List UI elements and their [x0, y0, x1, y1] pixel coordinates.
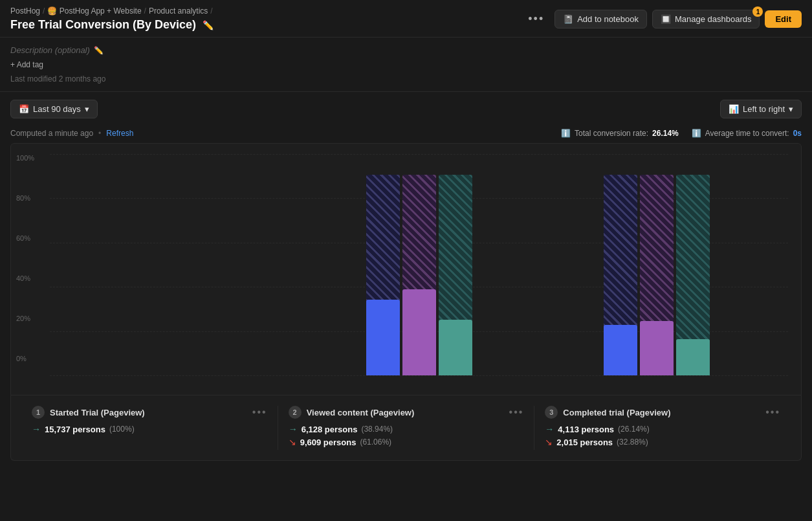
description-edit-button[interactable]: ✏️: [94, 46, 104, 55]
step-2-arrow-right-icon: →: [289, 424, 298, 434]
page-title-row: Free Trial Conversion (By Device) ✏️: [10, 18, 215, 32]
grid-area: [50, 154, 788, 375]
step-3-name: Completed trial (Pageview): [563, 408, 670, 417]
y-axis: 100% 80% 60% 40% 20% 0%: [16, 154, 34, 362]
description-placeholder: Description (optional): [10, 45, 90, 55]
avg-time-value: 0s: [793, 129, 802, 138]
step-3-dropped-count: 2,015 persons: [556, 438, 613, 447]
date-filter-button[interactable]: 📅 Last 90 days ▾: [10, 100, 98, 118]
step-1-converted-pct: (100%): [109, 425, 135, 434]
legend-step-1-header: 1 Started Trial (Pageview) •••: [32, 406, 267, 419]
y-label-20: 20%: [16, 315, 34, 322]
meta-section: Description (optional) ✏️ + Add tag Last…: [0, 38, 812, 92]
legend-step-2-header: 2 Viewed content (Pageview) •••: [289, 406, 524, 419]
description-row: Description (optional) ✏️: [10, 45, 802, 55]
computed-text: Computed a minute ago: [10, 129, 93, 138]
y-label-80: 80%: [16, 194, 34, 202]
chart-bar-icon: 📊: [729, 104, 739, 114]
bar-2-purple-fg: [402, 289, 436, 375]
add-notebook-label: Add to notebook: [577, 14, 639, 24]
y-label-100: 100%: [16, 154, 34, 162]
step-1-converted-row: → 15,737 persons (100%): [32, 424, 267, 434]
calendar-icon: 📅: [19, 104, 29, 114]
step-3-converted-row: → 4,113 persons (26.14%): [545, 424, 780, 434]
legend-step-1: 1 Started Trial (Pageview) ••• → 15,737 …: [21, 406, 278, 450]
computed-right: ℹ️ Total conversion rate: 26.14% ℹ️ Aver…: [561, 129, 802, 138]
edit-button[interactable]: Edit: [765, 10, 802, 28]
bar-2-blue-fg: [366, 300, 400, 375]
breadcrumb-analytics[interactable]: Product analytics: [149, 6, 208, 16]
y-label-40: 40%: [16, 274, 34, 282]
step-2-converted-pct: (38.94%): [361, 425, 393, 434]
dashboard-icon: 🔲: [661, 14, 671, 24]
direction-chevron-icon: ▾: [789, 104, 793, 114]
page-title: Free Trial Conversion (By Device): [10, 18, 196, 32]
grid-line-0: [50, 375, 788, 376]
top-actions: ••• 📓 Add to notebook 🔲 Manage dashboard…: [523, 10, 802, 28]
computed-row: Computed a minute ago • Refresh ℹ️ Total…: [0, 126, 812, 143]
breadcrumb-sep-3: /: [210, 6, 212, 16]
total-conversion-stat: ℹ️ Total conversion rate: 26.14%: [561, 129, 679, 138]
step-2-converted-row: → 6,128 persons (38.94%): [289, 424, 524, 434]
bar-3-blue-fg: [604, 325, 637, 375]
breadcrumb-sep-1: /: [43, 6, 45, 16]
step-3-more-button[interactable]: •••: [765, 406, 780, 418]
controls-row: 📅 Last 90 days ▾ 📊 Left to right ▾: [0, 92, 812, 126]
step-2-dropped-row: ↘ 9,609 persons (61.06%): [289, 437, 524, 447]
legend-step-2: 2 Viewed content (Pageview) ••• → 6,128 …: [278, 406, 535, 450]
breadcrumb-row: PostHog / 🍔 PostHog App + Website / Prod…: [10, 6, 213, 16]
direction-button[interactable]: 📊 Left to right ▾: [720, 100, 802, 118]
step-3-num: 3: [545, 406, 558, 419]
bar-3-purple-fg: [640, 321, 674, 375]
chevron-down-icon: ▾: [85, 104, 89, 114]
step-2-converted-count: 6,128 persons: [302, 425, 358, 434]
direction-label: Left to right: [743, 104, 785, 114]
computed-left: Computed a minute ago • Refresh: [10, 129, 133, 138]
step-3-arrow-down-icon: ↘: [545, 437, 553, 447]
y-label-0: 0%: [16, 355, 34, 362]
avg-time-stat: ℹ️ Average time to convert: 0s: [692, 129, 802, 138]
step-2-dropped-pct: (61.06%): [360, 438, 391, 447]
breadcrumb-posthog[interactable]: PostHog: [10, 6, 40, 16]
last-modified: Last modified 2 months ago: [10, 74, 802, 83]
date-filter-label: Last 90 days: [33, 104, 81, 114]
avg-time-label: Average time to convert:: [705, 129, 789, 138]
funnel-legend: 1 Started Trial (Pageview) ••• → 15,737 …: [10, 395, 802, 461]
bars-area: [50, 154, 788, 375]
manage-dashboards-label: Manage dashboards: [675, 14, 752, 24]
add-to-notebook-button[interactable]: 📓 Add to notebook: [554, 10, 647, 28]
refresh-link[interactable]: Refresh: [106, 129, 133, 138]
add-tag-label: + Add tag: [10, 60, 43, 69]
step-1-converted-count: 15,737 persons: [45, 425, 105, 434]
info-icon-conversion: ℹ️: [561, 129, 571, 138]
step-2-arrow-down-icon: ↘: [289, 437, 296, 447]
chart-container: 100% 80% 60% 40% 20% 0%: [10, 143, 802, 395]
step-2-name: Viewed content (Pageview): [307, 408, 415, 417]
step-1-name: Started Trial (Pageview): [50, 408, 145, 417]
step-2-dropped-count: 9,609 persons: [300, 438, 357, 447]
dashboard-badge: 1: [752, 6, 763, 17]
step-1-num: 1: [32, 406, 45, 419]
step-3-dropped-row: ↘ 2,015 persons (32.88%): [545, 437, 780, 447]
step-1-arrow-right-icon: →: [32, 424, 41, 434]
step-1-more-button[interactable]: •••: [252, 406, 267, 418]
step-3-dropped-pct: (32.88%): [617, 438, 648, 447]
step-2-more-button[interactable]: •••: [509, 406, 524, 418]
step-3-arrow-right-icon: →: [545, 424, 554, 434]
notebook-icon: 📓: [563, 14, 573, 24]
breadcrumb-sep-2: /: [144, 6, 146, 16]
legend-step-3-header: 3 Completed trial (Pageview) •••: [545, 406, 780, 419]
more-options-button[interactable]: •••: [523, 10, 549, 28]
add-tag-row[interactable]: + Add tag: [10, 60, 802, 69]
bar-3-teal-fg: [676, 339, 710, 375]
legend-step-3: 3 Completed trial (Pageview) ••• → 4,113…: [534, 406, 791, 450]
step-3-converted-count: 4,113 persons: [558, 425, 614, 434]
title-edit-button[interactable]: ✏️: [201, 19, 215, 32]
chart-inner: 100% 80% 60% 40% 20% 0%: [10, 143, 802, 395]
conversion-label: Total conversion rate:: [575, 129, 648, 138]
dot-separator: •: [98, 129, 101, 138]
step-3-converted-pct: (26.14%): [618, 425, 650, 434]
manage-dashboards-button[interactable]: 🔲 Manage dashboards 1: [652, 10, 760, 28]
top-bar: PostHog / 🍔 PostHog App + Website / Prod…: [0, 0, 812, 38]
breadcrumb-app[interactable]: 🍔 PostHog App + Website: [47, 6, 141, 16]
